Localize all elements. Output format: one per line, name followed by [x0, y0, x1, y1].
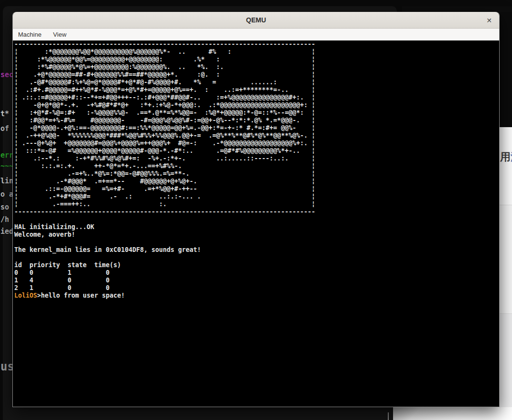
editor-text-fragment: usi — [0, 360, 12, 373]
guest-console-screen[interactable]: ----------------------------------------… — [13, 40, 499, 406]
background-bottom-window — [393, 407, 512, 420]
qemu-window: QEMU ✕ Machine View --------------------… — [12, 12, 500, 407]
editor-text-fragment: ~~~ — [0, 162, 12, 170]
close-button[interactable]: ✕ — [484, 15, 494, 26]
menu-item-machine[interactable]: Machine — [14, 29, 46, 40]
window-title: QEMU — [13, 12, 499, 29]
right-panel-text-dark: 用 — [500, 151, 511, 163]
editor-clipped-text-strip: sect*oferr~~~lino aso/hiedusi — [0, 0, 12, 414]
editor-text-fragment: o a — [0, 190, 12, 199]
right-panel-card — [500, 313, 512, 407]
title-bar[interactable]: QEMU ✕ — [13, 12, 499, 29]
shell-prompt: LoliOS — [14, 292, 37, 299]
editor-text-fragment: err — [0, 151, 12, 160]
editor-text-fragment: lin — [0, 177, 12, 185]
right-panel-strip: 用汇 — [500, 12, 512, 407]
editor-text-fragment: sec — [0, 70, 12, 79]
menu-bar: Machine View — [13, 29, 499, 40]
right-panel-card — [500, 205, 512, 313]
console-text: ----------------------------------------… — [14, 40, 315, 300]
right-panel-clipped-text: 用汇 — [500, 150, 512, 164]
editor-text-fragment: so — [0, 203, 9, 211]
editor-text-fragment: of — [0, 124, 9, 133]
editor-text-fragment: ied — [0, 227, 12, 236]
right-panel-card — [500, 127, 512, 205]
editor-text-fragment: /h — [0, 215, 9, 224]
desktop: sect*oferr~~~lino aso/hiedusi 用汇 QEMU ✕ … — [0, 0, 512, 420]
text-cursor-line — [388, 412, 389, 420]
menu-item-view[interactable]: View — [49, 29, 71, 40]
editor-text-fragment: t* — [0, 110, 9, 118]
